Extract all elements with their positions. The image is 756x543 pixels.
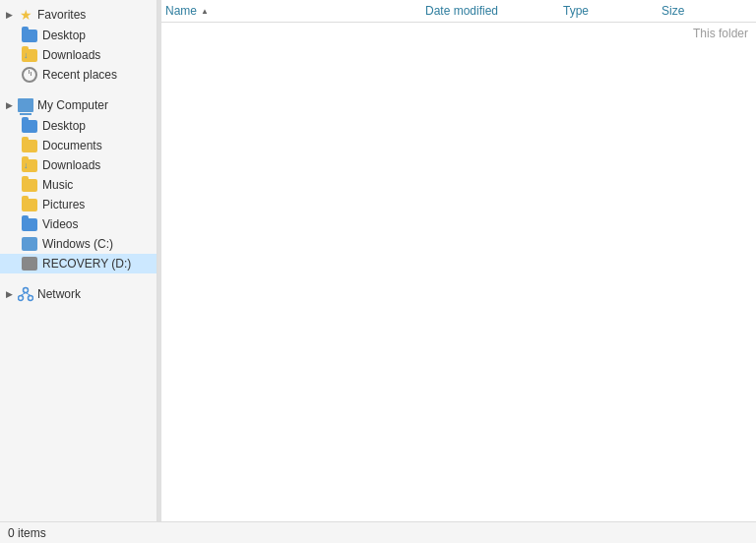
- sidebar-item-downloads-mc[interactable]: Downloads: [0, 155, 157, 175]
- favorites-star-icon: ★: [18, 7, 33, 23]
- sidebar-item-recent-places[interactable]: Recent places: [0, 65, 157, 85]
- sort-arrow-name: ▲: [201, 7, 209, 16]
- my-computer-arrow: ▶: [6, 100, 16, 110]
- col-header-size[interactable]: Size: [654, 2, 732, 20]
- column-headers: Name ▲ Date modified Type Size: [161, 0, 756, 23]
- sidebar-item-desktop-fav[interactable]: Desktop: [0, 26, 157, 45]
- favorites-label: Favorites: [37, 8, 86, 22]
- sidebar-item-desktop-mc[interactable]: Desktop: [0, 116, 157, 136]
- favorites-group-header[interactable]: ▶ ★ Favorites: [0, 4, 157, 26]
- sidebar: ▶ ★ Favorites Desktop Downloads: [0, 0, 158, 521]
- music-label: Music: [42, 178, 73, 192]
- col-header-name[interactable]: Name ▲: [161, 2, 417, 20]
- empty-folder-message: This folder: [693, 27, 748, 40]
- svg-point-0: [24, 288, 29, 293]
- windows-c-label: Windows (C:): [42, 237, 113, 251]
- documents-icon: [22, 138, 37, 153]
- svg-point-1: [19, 296, 24, 301]
- desktop-fav-icon: [22, 28, 37, 43]
- downloads-fav-icon: [22, 47, 37, 63]
- recent-places-label: Recent places: [42, 68, 117, 82]
- recovery-d-icon: [22, 256, 37, 272]
- col-header-type[interactable]: Type: [555, 2, 654, 20]
- content-body: This folder: [161, 23, 756, 521]
- my-computer-icon: [18, 97, 33, 113]
- network-label: Network: [37, 287, 81, 301]
- network-icon: [18, 286, 33, 302]
- desktop-mc-label: Desktop: [42, 119, 86, 133]
- favorites-section: ▶ ★ Favorites Desktop Downloads: [0, 4, 157, 85]
- videos-icon: [22, 216, 37, 232]
- windows-c-icon: [22, 236, 37, 252]
- my-computer-group-header[interactable]: ▶ My Computer: [0, 94, 157, 116]
- sidebar-item-music[interactable]: Music: [0, 175, 157, 195]
- downloads-fav-label: Downloads: [42, 48, 100, 62]
- svg-line-4: [26, 293, 31, 296]
- videos-label: Videos: [42, 217, 78, 231]
- col-header-date[interactable]: Date modified: [417, 2, 555, 20]
- recent-places-icon: [22, 67, 37, 83]
- downloads-mc-label: Downloads: [42, 158, 100, 172]
- music-icon: [22, 177, 37, 193]
- network-arrow: ▶: [6, 289, 16, 299]
- status-bar: 0 items: [0, 521, 756, 543]
- my-computer-label: My Computer: [37, 98, 108, 112]
- favorites-arrow: ▶: [6, 10, 16, 20]
- sidebar-item-downloads-fav[interactable]: Downloads: [0, 45, 157, 65]
- network-group-header[interactable]: ▶ Network: [0, 283, 157, 305]
- pictures-label: Pictures: [42, 198, 85, 211]
- downloads-mc-icon: [22, 157, 37, 173]
- sidebar-item-windows-c[interactable]: Windows (C:): [0, 234, 157, 254]
- desktop-mc-icon: [22, 118, 37, 134]
- network-section: ▶ Network: [0, 283, 157, 305]
- content-area: Name ▲ Date modified Type Size This fold…: [161, 0, 756, 521]
- recovery-d-label: RECOVERY (D:): [42, 257, 131, 271]
- pictures-icon: [22, 197, 37, 212]
- sidebar-item-recovery-d[interactable]: RECOVERY (D:): [0, 254, 157, 273]
- my-computer-section: ▶ My Computer Desktop Documents: [0, 94, 157, 273]
- svg-point-2: [29, 296, 33, 301]
- documents-label: Documents: [42, 139, 102, 152]
- svg-line-3: [21, 293, 26, 296]
- status-text: 0 items: [8, 526, 46, 540]
- sidebar-item-documents[interactable]: Documents: [0, 136, 157, 155]
- sidebar-item-pictures[interactable]: Pictures: [0, 195, 157, 214]
- desktop-fav-label: Desktop: [42, 29, 86, 42]
- sidebar-item-videos[interactable]: Videos: [0, 214, 157, 234]
